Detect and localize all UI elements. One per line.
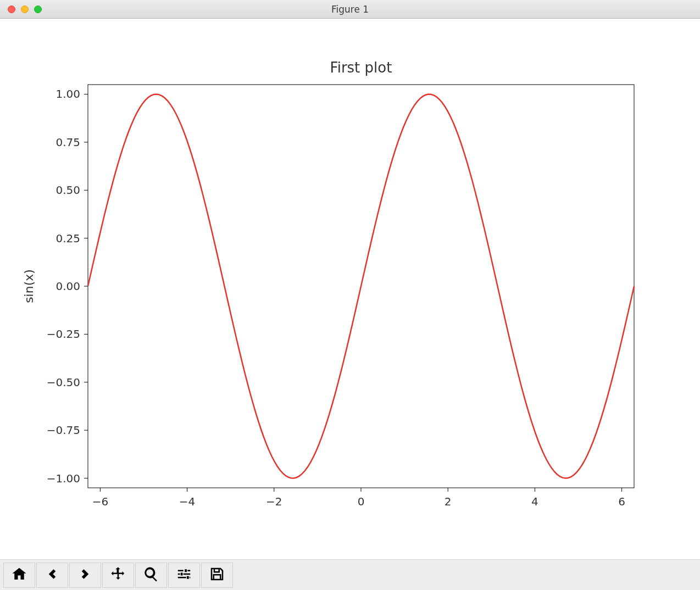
arrow-right-icon — [77, 566, 93, 585]
save-button[interactable] — [201, 563, 233, 588]
y-tick-label: −0.50 — [47, 376, 80, 389]
series-line — [88, 94, 634, 478]
y-tick-label: 0.75 — [55, 136, 80, 149]
forward-button[interactable] — [69, 563, 101, 588]
window-title: Figure 1 — [331, 4, 369, 15]
y-tick-label: −0.75 — [47, 424, 80, 437]
x-tick-label: −4 — [179, 495, 195, 508]
home-icon — [11, 566, 27, 585]
window-title-bar: Figure 1 — [0, 0, 700, 19]
matplotlib-toolbar — [0, 559, 700, 590]
save-icon — [209, 566, 225, 585]
y-tick-label: −0.25 — [47, 327, 80, 341]
magnify-icon — [143, 566, 159, 585]
sliders-icon — [176, 566, 192, 585]
x-tick-label: −6 — [92, 495, 108, 508]
move-icon — [110, 566, 126, 585]
y-axis-label: sin(x) — [22, 269, 36, 303]
chart-title: First plot — [330, 59, 392, 76]
x-tick-label: −2 — [266, 495, 282, 508]
x-tick-label: 0 — [358, 495, 365, 508]
minimize-window-button[interactable] — [21, 5, 29, 13]
y-tick-label: −1.00 — [47, 472, 80, 485]
y-tick-label: 0.50 — [55, 183, 80, 197]
pan-button[interactable] — [102, 563, 134, 588]
chart-svg: −6−4−20246−1.00−0.75−0.50−0.250.000.250.… — [0, 19, 700, 559]
back-button[interactable] — [36, 563, 68, 588]
maximize-window-button[interactable] — [34, 5, 42, 13]
window-controls — [8, 5, 42, 13]
arrow-left-icon — [44, 566, 60, 585]
y-tick-label: 0.25 — [55, 232, 80, 245]
figure-canvas[interactable]: −6−4−20246−1.00−0.75−0.50−0.250.000.250.… — [0, 19, 700, 559]
x-tick-label: 4 — [531, 495, 538, 508]
close-window-button[interactable] — [8, 5, 15, 13]
home-button[interactable] — [3, 563, 35, 588]
y-tick-label: 0.00 — [55, 280, 80, 293]
y-tick-label: 1.00 — [55, 87, 80, 101]
x-tick-label: 2 — [445, 495, 452, 508]
zoom-button[interactable] — [135, 563, 167, 588]
x-tick-label: 6 — [618, 495, 625, 508]
configure-button[interactable] — [168, 563, 200, 588]
